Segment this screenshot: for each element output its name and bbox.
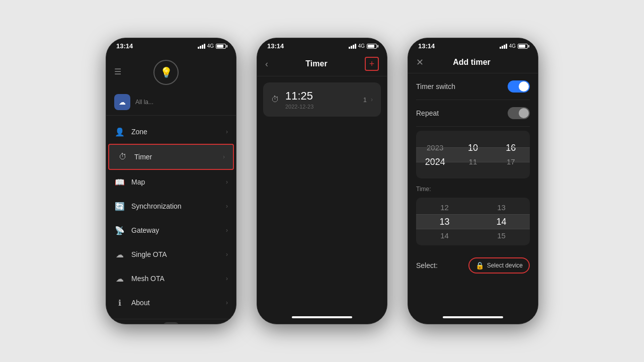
status-time-2: 13:14 (267, 42, 284, 50)
timer-card-icon: ⏱ (271, 95, 279, 104)
phones-container: 13:14 4G ☰ 💡 (0, 0, 644, 362)
zone-icon: 👤 (114, 126, 125, 137)
select-device-icon: 🔒 (475, 261, 484, 269)
add-icon: + (369, 59, 375, 69)
signal-icon-1 (198, 44, 205, 49)
network-type-2: 4G (358, 43, 365, 49)
add-timer-header: ✕ Add timer (408, 52, 538, 73)
timer-card-chevron: › (371, 96, 373, 103)
zone-label: Zone (131, 128, 226, 136)
phone-1-menu: 13:14 4G ☰ 💡 (106, 38, 236, 324)
status-time-3: 13:14 (418, 42, 435, 50)
battery-icon-2 (367, 44, 377, 49)
timer-chevron: › (223, 153, 225, 160)
hour-15: 15 (416, 243, 473, 246)
app-header: ☰ 💡 (106, 52, 236, 91)
nav-header-2: ‹ Timer + (257, 52, 387, 76)
mesh-ota-chevron: › (226, 275, 228, 282)
status-time-1: 13:14 (116, 42, 133, 50)
minute-13: 13 (473, 201, 530, 215)
repeat-label: Repeat (416, 109, 439, 117)
cloud-icon-top: ☁ (119, 98, 126, 106)
sync-label: Synchronization (131, 202, 226, 210)
map-label: Map (131, 178, 226, 186)
timer-count: 1 (363, 96, 367, 104)
single-ota-label: Single OTA (131, 250, 226, 258)
status-bar-2: 13:14 4G (257, 38, 387, 52)
single-ota-icon: ☁ (114, 249, 125, 260)
status-icons-2: 4G (349, 43, 377, 49)
timer-icon: ⏱ (117, 151, 128, 162)
select-row: Select: 🔒 Select device (408, 251, 538, 280)
map-icon: 📖 (114, 176, 125, 188)
zone-chevron: › (226, 128, 228, 135)
select-device-button[interactable]: 🔒 Select device (468, 257, 530, 274)
phone2-content: ‹ Timer + ⏱ 11:25 2022-12-23 1 › (257, 52, 387, 322)
menu-item-about[interactable]: ℹ About › (106, 291, 236, 315)
menu-item-single-ota[interactable]: ☁ Single OTA › (106, 242, 236, 266)
status-bar-3: 13:14 4G (408, 38, 538, 52)
menu-item-sync[interactable]: 🔄 Synchronization › (106, 194, 236, 218)
repeat-row: Repeat (416, 100, 530, 127)
map-chevron: › (226, 178, 228, 186)
menu-item-map[interactable]: 📖 Map › (106, 170, 236, 194)
timer-switch-row: Timer switch (416, 73, 530, 100)
menu-item-zone[interactable]: 👤 Zone › (106, 120, 236, 144)
settings-section: Timer switch Repeat (408, 73, 538, 127)
gateway-chevron: › (226, 227, 228, 234)
timer-info: 11:25 2022-12-23 (285, 89, 363, 110)
close-button[interactable]: ✕ (416, 57, 424, 68)
timer-time-display: 11:25 (285, 89, 363, 103)
menu-item-gateway[interactable]: 📡 Gateway › (106, 218, 236, 242)
network-type-3: 4G (509, 43, 516, 49)
add-timer-title: Add timer (424, 58, 520, 67)
mesh-ota-label: Mesh OTA (131, 275, 226, 283)
network-type-1: 4G (207, 43, 214, 49)
home-bar-2 (257, 313, 387, 322)
hour-14: 14 (416, 229, 473, 243)
menu-list: 👤 Zone › ⏱ Timer › 📖 Map › (106, 116, 236, 319)
logo-icon: 💡 (160, 66, 173, 78)
picker-highlight-date (416, 147, 530, 162)
about-icon: ℹ (114, 297, 125, 308)
minute-16: 16 (473, 243, 530, 246)
home-bar-3 (408, 313, 538, 322)
menu-item-timer[interactable]: ⏱ Timer › (108, 144, 234, 170)
sync-icon: 🔄 (114, 201, 125, 212)
hamburger-icon[interactable]: ☰ (114, 67, 121, 76)
battery-icon-1 (216, 44, 226, 49)
gateway-icon: 📡 (114, 225, 125, 236)
timer-switch-label: Timer switch (416, 82, 455, 90)
all-lamp-label: All la... (135, 99, 153, 106)
select-label: Select: (416, 261, 438, 269)
timer-card[interactable]: ⏱ 11:25 2022-12-23 1 › (263, 82, 381, 117)
status-bar-1: 13:14 4G (106, 38, 236, 52)
add-timer-button[interactable]: + (365, 57, 379, 71)
about-label: About (131, 299, 226, 307)
phone1-content: ☰ 💡 ☁ All la... 👤 Zone › (106, 52, 236, 322)
hour-12: 12 (416, 201, 473, 215)
timer-label: Timer (134, 153, 223, 161)
menu-item-mesh-ota[interactable]: ☁ Mesh OTA › (106, 266, 236, 291)
battery-icon-3 (518, 44, 528, 49)
single-ota-chevron: › (226, 251, 228, 258)
mesh-ota-icon: ☁ (114, 273, 125, 284)
select-device-label: Select device (487, 262, 523, 269)
status-icons-1: 4G (198, 43, 226, 49)
timer-switch-toggle[interactable] (508, 80, 530, 93)
time-section-label: Time: (408, 183, 538, 194)
signal-icon-3 (500, 44, 507, 49)
sync-chevron: › (226, 203, 228, 210)
status-icons-3: 4G (500, 43, 528, 49)
phone3-content: ✕ Add timer Timer switch Repeat (408, 52, 538, 322)
timer-date-display: 2022-12-23 (285, 104, 363, 110)
time-picker[interactable]: 11 12 13 14 15 12 13 14 15 16 (416, 198, 530, 245)
about-chevron: › (226, 299, 228, 306)
signal-icon-2 (349, 44, 356, 49)
repeat-toggle[interactable] (508, 107, 530, 119)
minute-15: 15 (473, 229, 530, 243)
phone-3-add-timer: 13:14 4G ✕ Add timer (408, 38, 538, 324)
gateway-label: Gateway (131, 226, 226, 234)
phone-2-timer: 13:14 4G ‹ Timer + (257, 38, 387, 324)
date-picker[interactable]: 2023 2024 10 11 16 17 (416, 131, 530, 178)
